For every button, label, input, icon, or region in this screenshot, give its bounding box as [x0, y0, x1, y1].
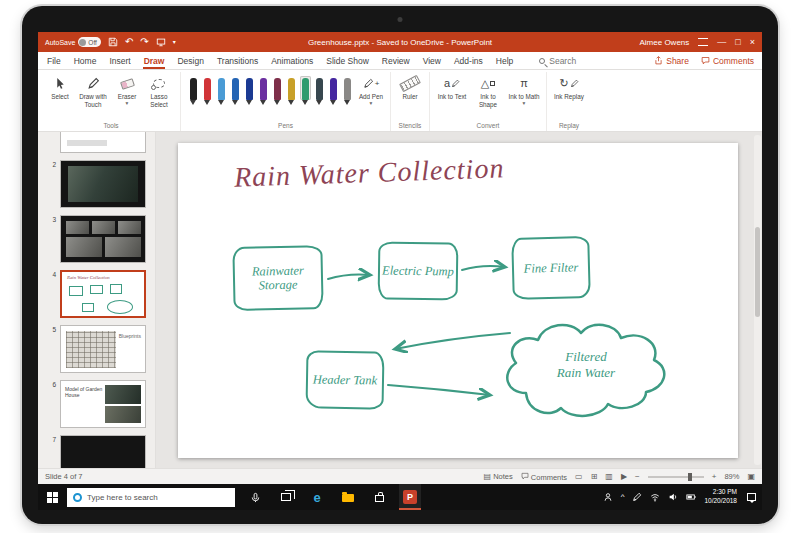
- tab-view[interactable]: View: [422, 53, 442, 69]
- slideshow-view-button[interactable]: ▶: [621, 473, 627, 481]
- mic-button[interactable]: [244, 484, 266, 510]
- ink-replay-button[interactable]: ↻ Ink Replay: [552, 72, 586, 101]
- tab-draw[interactable]: Draw: [143, 53, 166, 69]
- tab-help[interactable]: Help: [495, 53, 514, 69]
- pen-icon: [330, 78, 337, 100]
- slide-thumbnail-2[interactable]: [60, 160, 146, 208]
- tab-home[interactable]: Home: [73, 53, 98, 69]
- current-slide[interactable]: Rain Water Collection: [178, 143, 738, 458]
- tab-transitions[interactable]: Transitions: [216, 53, 259, 69]
- pen-7[interactable]: [272, 76, 283, 100]
- comments-button[interactable]: Comments: [701, 56, 754, 66]
- search-box[interactable]: Search: [539, 56, 576, 66]
- slide-thumbnail-6[interactable]: Model of Garden House: [60, 380, 146, 428]
- share-button[interactable]: Share: [654, 56, 689, 66]
- action-center-icon[interactable]: [747, 493, 756, 501]
- person-icon: [603, 492, 613, 502]
- volume-button[interactable]: [668, 488, 678, 506]
- hidden-icons-button[interactable]: ^: [621, 493, 625, 501]
- zoom-slider-knob[interactable]: [688, 473, 692, 481]
- tab-animations[interactable]: Animations: [270, 53, 314, 69]
- minimize-button[interactable]: —: [717, 38, 726, 47]
- slide-thumbnail-3[interactable]: [60, 215, 146, 263]
- pen-10[interactable]: [314, 76, 325, 100]
- slide-thumbnail-5[interactable]: Blueprints: [60, 325, 146, 373]
- pen-5[interactable]: [244, 76, 255, 100]
- store-button[interactable]: [368, 484, 390, 510]
- pen-8[interactable]: [286, 76, 297, 100]
- clock[interactable]: 2:30 PM 10/20/2018: [704, 488, 737, 506]
- scrollbar-thumb[interactable]: [755, 227, 760, 317]
- redo-button[interactable]: ↷: [140, 37, 148, 47]
- tab-review[interactable]: Review: [381, 53, 411, 69]
- taskbar-search-input[interactable]: Type here to search: [67, 488, 235, 507]
- add-pen-button[interactable]: + Add Pen ▾: [357, 72, 385, 106]
- close-button[interactable]: ×: [750, 38, 755, 47]
- edge-button[interactable]: e: [306, 484, 328, 510]
- ink-to-shape-button[interactable]: △ Ink to Shape: [471, 72, 505, 108]
- pen-1[interactable]: [188, 76, 199, 100]
- zoom-out-button[interactable]: −: [635, 473, 640, 481]
- ribbon-display-options-icon[interactable]: [698, 38, 708, 46]
- pen-11[interactable]: [328, 76, 339, 100]
- task-view-button[interactable]: [275, 484, 297, 510]
- tab-file[interactable]: File: [46, 53, 62, 69]
- vertical-scrollbar[interactable]: [754, 135, 761, 465]
- zoom-level[interactable]: 89%: [724, 472, 739, 481]
- normal-view-button[interactable]: ▭: [575, 473, 583, 481]
- slide-thumbnail-1[interactable]: [60, 132, 146, 153]
- pen-12[interactable]: [342, 76, 353, 100]
- pen-9[interactable]: [300, 76, 311, 100]
- thumbnail-content: [67, 140, 107, 146]
- square-icon: [490, 81, 495, 86]
- search-label: Search: [549, 56, 576, 66]
- ink-to-math-button[interactable]: π Ink to Math ▾: [507, 72, 541, 106]
- thumbnail-label: Blueprints: [119, 333, 141, 339]
- battery-button[interactable]: [686, 488, 696, 506]
- pen-2[interactable]: [202, 76, 213, 100]
- reading-view-button[interactable]: ▥: [605, 473, 613, 481]
- fit-slide-button[interactable]: ▣: [747, 473, 755, 481]
- tab-insert[interactable]: Insert: [108, 53, 131, 69]
- status-bar: Slide 4 of 7 ▤ Notes Comments ▭ ⊞ ▥ ▶ − …: [38, 468, 762, 484]
- screen: AutoSave Off ↶ ↷ ▾ Greenhouse.pptx - Sav…: [38, 32, 762, 510]
- save-button[interactable]: [108, 37, 118, 47]
- ruler-button[interactable]: Ruler: [396, 72, 424, 101]
- undo-button[interactable]: ↶: [125, 37, 133, 47]
- people-button[interactable]: [603, 488, 613, 506]
- start-slideshow-button[interactable]: [156, 37, 166, 47]
- select-button[interactable]: Select: [47, 72, 73, 101]
- eraser-button[interactable]: Eraser ▾: [113, 72, 141, 106]
- ink-to-text-button[interactable]: a Ink to Text: [435, 72, 469, 101]
- ink-replay-label: Ink Replay: [554, 93, 584, 101]
- battery-icon: [686, 492, 696, 502]
- slide-thumbnail-panel[interactable]: 1 2 3: [38, 132, 156, 468]
- slide-thumbnail-4-selected[interactable]: Rain Water Collection: [60, 270, 146, 318]
- restore-button[interactable]: □: [735, 38, 740, 47]
- tab-design[interactable]: Design: [176, 53, 204, 69]
- slide-thumbnail-7[interactable]: [60, 435, 146, 468]
- notes-button[interactable]: ▤ Notes: [483, 472, 512, 481]
- zoom-slider[interactable]: [648, 476, 704, 478]
- pen-6[interactable]: [258, 76, 269, 100]
- file-explorer-button[interactable]: [337, 484, 359, 510]
- autosave-toggle[interactable]: AutoSave Off: [45, 37, 101, 47]
- start-button[interactable]: [47, 492, 58, 503]
- pen-icon: [260, 78, 267, 100]
- network-button[interactable]: [650, 488, 660, 506]
- system-tray: ^ 2:30 PM 10/20/2018: [603, 488, 756, 506]
- comments-toggle-button[interactable]: Comments: [521, 472, 567, 482]
- draw-with-touch-button[interactable]: Draw with Touch: [75, 72, 111, 108]
- tab-add-ins[interactable]: Add-ins: [453, 53, 484, 69]
- slide-sorter-view-button[interactable]: ⊞: [591, 473, 598, 481]
- quick-access-chevron-icon[interactable]: ▾: [173, 39, 176, 45]
- pen-4[interactable]: [230, 76, 241, 100]
- pen-icon: [218, 78, 225, 100]
- pen-settings-button[interactable]: [632, 488, 642, 506]
- zoom-in-button[interactable]: +: [712, 473, 717, 481]
- tab-slide-show[interactable]: Slide Show: [325, 53, 370, 69]
- powerpoint-taskbar-button[interactable]: P: [399, 484, 421, 510]
- ink-box-rainwater-storage: Rainwater Storage: [232, 245, 323, 311]
- lasso-select-button[interactable]: Lasso Select: [143, 72, 175, 108]
- pen-3[interactable]: [216, 76, 227, 100]
